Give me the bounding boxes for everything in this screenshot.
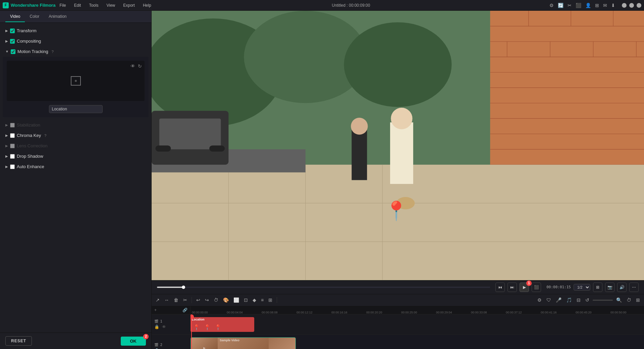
add-track-row: + 🔗 [152, 306, 190, 314]
ok-button[interactable]: OK [121, 337, 146, 346]
lens-correction-checkbox[interactable] [10, 144, 15, 148]
chroma-chevron: ▶ [5, 134, 8, 137]
redo-tool[interactable]: ↪ [204, 296, 210, 304]
step-back-button[interactable]: ⏭ [507, 283, 517, 292]
tab-animation[interactable]: Animation [44, 11, 71, 22]
seek-bar[interactable] [157, 287, 490, 288]
target-box [71, 76, 81, 86]
track-1-eye[interactable]: 👁 [162, 325, 166, 329]
drop-shadow-checkbox[interactable] [10, 154, 15, 159]
ripple-tool[interactable]: ↔ [163, 296, 170, 304]
add-icon[interactable]: + [154, 308, 157, 312]
zoom-select[interactable]: 1/2 1/1 [574, 284, 590, 291]
stabilization-title: Stabilization [17, 122, 40, 128]
grid-icon[interactable]: ⊞ [595, 3, 599, 8]
location-clip[interactable]: Location 📍 📍 📍 [191, 317, 254, 332]
chroma-key-help-icon[interactable]: ? [44, 134, 46, 138]
menu-view[interactable]: View [105, 2, 116, 8]
section-compositing[interactable]: ▶ Compositing [0, 36, 151, 46]
track-1-lock[interactable]: 🔒 [154, 325, 159, 329]
minimize-button[interactable] [622, 3, 627, 8]
transform-checkbox[interactable] [10, 29, 15, 33]
seek-progress [157, 287, 183, 288]
network-icon[interactable]: 🔄 [558, 3, 564, 8]
section-auto-enhance[interactable]: ▶ Auto Enhance [0, 161, 151, 172]
auto-enhance-checkbox[interactable] [10, 164, 15, 169]
titlebar-left: F Wondershare Filmora File Edit Tools Vi… [3, 2, 153, 8]
section-stabilization[interactable]: ▶ Stabilization [0, 120, 151, 130]
refresh-icon[interactable]: ↻ [138, 63, 142, 69]
snapshot-button[interactable]: 📷 [605, 283, 614, 292]
speed-tool[interactable]: ⏱ [212, 296, 220, 304]
player-right-controls: 00:00:01:15 1/2 1/1 ⊞ 📷 🔊 ⋯ [541, 283, 639, 292]
volume-slider[interactable] [593, 300, 613, 301]
section-motion-tracking[interactable]: ▼ Motion Tracking ? [0, 46, 151, 57]
undo-tool[interactable]: ↩ [195, 296, 202, 304]
ruler-time-3: 00:00:12:12 [295, 311, 330, 314]
hide-icon[interactable]: 👁 [130, 63, 135, 69]
split-tl-btn[interactable]: ⊟ [575, 296, 582, 304]
reset-button[interactable]: RESET [5, 336, 32, 346]
motion-tracking-chevron: ▼ [5, 50, 9, 53]
menu-edit[interactable]: Edit [73, 2, 83, 8]
menu-file[interactable]: File [58, 2, 67, 8]
titlebar-right: ⚙ 🔄 ✂ ⬛ 👤 ⊞ ✉ ⬇ [549, 3, 641, 8]
zoom-in-tl[interactable]: ⏱ [625, 296, 633, 304]
track-labels: + 🔗 🎬 1 🔒 [152, 306, 191, 349]
chroma-key-title: Chroma Key [17, 133, 41, 138]
delete-tool[interactable]: 🗑 [172, 296, 180, 304]
mic-tl-btn[interactable]: 🎤 [554, 296, 563, 304]
video-clip[interactable]: ▶ Sample Video [191, 337, 296, 349]
chroma-key-checkbox[interactable] [10, 133, 15, 138]
more-button[interactable]: ⋯ [629, 283, 639, 292]
section-drop-shadow[interactable]: ▶ Drop Shadow [0, 151, 151, 161]
fit-tool[interactable]: ⊡ [243, 296, 249, 304]
select-tool[interactable]: ↗ [154, 296, 161, 304]
window-controls [622, 3, 641, 8]
download-icon[interactable]: ⬇ [611, 3, 615, 8]
fullscreen-button[interactable]: ⊞ [593, 283, 602, 292]
zoom-out-tl[interactable]: 🔍 [615, 296, 623, 304]
location-select[interactable]: Location Face Object [49, 105, 103, 113]
group-tool[interactable]: ⊞ [267, 296, 274, 304]
settings-icon[interactable]: ⚙ [549, 3, 554, 8]
scissors-icon[interactable]: ✂ [568, 3, 572, 8]
tab-color[interactable]: Color [25, 11, 44, 22]
align-tool[interactable]: ≡ [260, 296, 265, 304]
motion-tracking-help-icon[interactable]: ? [52, 50, 54, 54]
menu-help[interactable]: Help [142, 2, 153, 8]
shield-tl-btn[interactable]: 🛡 [545, 296, 552, 304]
section-chroma-key[interactable]: ▶ Chroma Key ? [0, 130, 151, 141]
right-panel: 📍 ⏮ ⏭ ▶ 1 ⬛ 00:00:01:15 1 [152, 11, 644, 349]
transform-title: Transform [17, 28, 37, 33]
more-tl[interactable]: ⊞ [635, 296, 641, 304]
volume-button[interactable]: 🔊 [617, 283, 627, 292]
stabilization-checkbox[interactable] [10, 123, 15, 128]
message-icon[interactable]: ✉ [603, 3, 607, 8]
menu-export[interactable]: Export [122, 2, 136, 8]
motion-tracking-checkbox[interactable] [11, 49, 15, 54]
section-lens-correction[interactable]: ▶ Lens Correction [0, 141, 151, 151]
compositing-checkbox[interactable] [10, 39, 15, 44]
close-button[interactable] [637, 3, 641, 8]
section-transform[interactable]: ▶ Transform [0, 26, 151, 36]
export-icon[interactable]: ⬛ [576, 3, 581, 8]
tab-video[interactable]: Video [5, 11, 25, 22]
menu-tools[interactable]: Tools [88, 2, 100, 8]
cut-tool[interactable]: ✂ [182, 296, 189, 304]
ruler-time-6: 00:00:25:00 [400, 311, 435, 314]
settings-tl-btn[interactable]: ⚙ [536, 296, 543, 304]
loop-tl-btn[interactable]: ↺ [584, 296, 591, 304]
link-icon[interactable]: 🔗 [182, 308, 187, 312]
maximize-button[interactable] [629, 3, 634, 8]
color-tool[interactable]: 🎨 [222, 296, 230, 304]
stop-button[interactable]: ⬛ [532, 283, 541, 292]
skip-back-button[interactable]: ⏮ [495, 283, 505, 292]
track-label-2-inner: 🎬 2 🔒 👁 [154, 343, 187, 349]
keyframe-tool[interactable]: ◆ [251, 296, 258, 304]
profile-icon[interactable]: 👤 [585, 3, 591, 8]
property-tabs: Video Color Animation [0, 11, 151, 23]
crop-tool[interactable]: ⬜ [232, 296, 240, 304]
voiceover-btn[interactable]: 🎵 [565, 296, 573, 304]
properties-panel: ▶ Transform ▶ Compositing ▼ Motion Track… [0, 23, 151, 333]
